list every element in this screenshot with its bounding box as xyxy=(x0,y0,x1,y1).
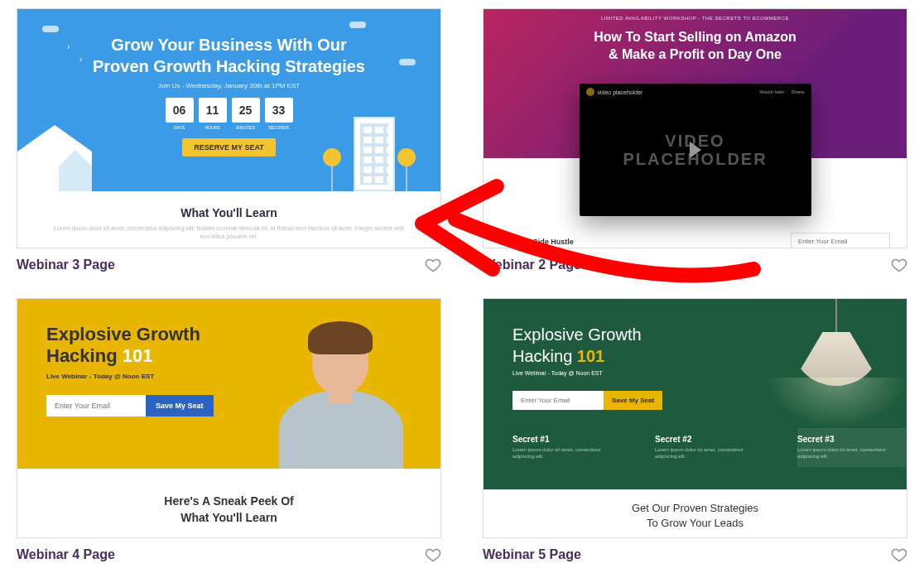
favorite-icon[interactable] xyxy=(891,257,907,273)
section-heading: What You'll Learn xyxy=(51,206,407,219)
cloud-decoration xyxy=(399,59,416,65)
template-card-webinar-3: › › Grow Your Business With OurProven Gr… xyxy=(17,8,441,273)
template-title: Webinar 2 Page xyxy=(483,258,581,272)
template-title: Webinar 5 Page xyxy=(483,547,581,562)
bird-decoration: › xyxy=(79,55,82,64)
template-grid: › › Grow Your Business With OurProven Gr… xyxy=(17,8,907,563)
top-banner-text: LIMITED AVAILABILITY WORKSHOP - THE SECR… xyxy=(484,16,907,21)
content-section: Here's A Sneak Peek OfWhat You'll Learn … xyxy=(17,469,440,538)
hero-section: Explosive GrowthHacking 101 Live Webinar… xyxy=(484,299,907,489)
tree-decoration xyxy=(406,166,407,191)
section-text: Lorem ipsum dolor sit amet, consectetur … xyxy=(51,224,407,241)
countdown-seconds-value: 33 xyxy=(265,98,293,123)
video-label: video placeholder xyxy=(598,89,643,95)
countdown-days-value: 06 xyxy=(166,98,194,123)
play-icon[interactable] xyxy=(690,142,701,158)
watch-later-button[interactable]: Watch later xyxy=(759,89,784,94)
template-thumbnail[interactable]: Explosive GrowthHacking 101 Live Webinar… xyxy=(483,298,907,538)
content-section: What You'll Learn Lorem ipsum dolor sit … xyxy=(17,191,440,248)
secret-item: Secret #3Lorem ipsum dolor sit amet, con… xyxy=(797,428,907,467)
lamp-image xyxy=(791,299,882,386)
countdown-minutes-value: 25 xyxy=(232,98,260,123)
video-placeholder[interactable]: video placeholder Watch laterShare VIDEO… xyxy=(580,84,811,216)
template-card-webinar-2: LIMITED AVAILABILITY WORKSHOP - THE SECR… xyxy=(483,8,907,273)
bird-decoration: › xyxy=(67,42,70,51)
reserve-seat-button[interactable]: RESERVE MY SEAT xyxy=(182,138,276,156)
favorite-icon[interactable] xyxy=(425,547,441,563)
secret-item: Secret #2Lorem ipsum dolor sit amet, con… xyxy=(655,435,764,460)
secret-item: Secret #1Lorem ipsum dolor sit amet, con… xyxy=(513,435,622,460)
avatar-icon xyxy=(586,88,594,96)
email-input[interactable] xyxy=(46,395,146,417)
template-thumbnail[interactable]: LIMITED AVAILABILITY WORKSHOP - THE SECR… xyxy=(483,8,907,248)
cloud-decoration xyxy=(42,26,59,32)
hero-subtext: Join Us - Wednesday, January 30th at 1PM… xyxy=(17,82,440,89)
person-image xyxy=(267,320,416,469)
countdown-hours-value: 11 xyxy=(199,98,227,123)
email-input[interactable] xyxy=(513,391,604,410)
hero-section: › › Grow Your Business With OurProven Gr… xyxy=(17,9,440,191)
email-input[interactable] xyxy=(791,233,890,248)
favorite-icon[interactable] xyxy=(425,257,441,273)
template-thumbnail[interactable]: › › Grow Your Business With OurProven Gr… xyxy=(17,8,441,248)
save-seat-button[interactable]: Save My Seat xyxy=(604,391,662,410)
section-heading: Get Our Proven StrategiesTo Grow Your Le… xyxy=(517,501,873,531)
template-thumbnail[interactable]: Explosive GrowthHacking 101 Live Webinar… xyxy=(17,298,441,538)
save-seat-button[interactable]: Save My Seat xyxy=(146,395,214,417)
share-button[interactable]: Share xyxy=(791,89,804,94)
section-heading: Here's A Sneak Peek OfWhat You'll Learn xyxy=(51,494,407,526)
favorite-icon[interactable] xyxy=(891,547,907,563)
template-title: Webinar 3 Page xyxy=(17,258,115,272)
side-label: Learn To Side Hustle xyxy=(500,238,574,246)
secrets-row: Secret #1Lorem ipsum dolor sit amet, con… xyxy=(513,435,907,460)
cloud-decoration xyxy=(349,22,366,28)
template-card-webinar-4: Explosive GrowthHacking 101 Live Webinar… xyxy=(17,298,441,563)
hero-section: Explosive GrowthHacking 101 Live Webinar… xyxy=(17,299,440,469)
hero-heading: How To Start Selling on Amazon& Make a P… xyxy=(484,29,907,64)
template-card-webinar-5: Explosive GrowthHacking 101 Live Webinar… xyxy=(483,298,907,563)
content-section: Get Our Proven StrategiesTo Grow Your Le… xyxy=(484,489,907,538)
template-title: Webinar 4 Page xyxy=(17,547,115,562)
tree-decoration xyxy=(331,166,333,191)
building-decoration xyxy=(354,117,395,191)
